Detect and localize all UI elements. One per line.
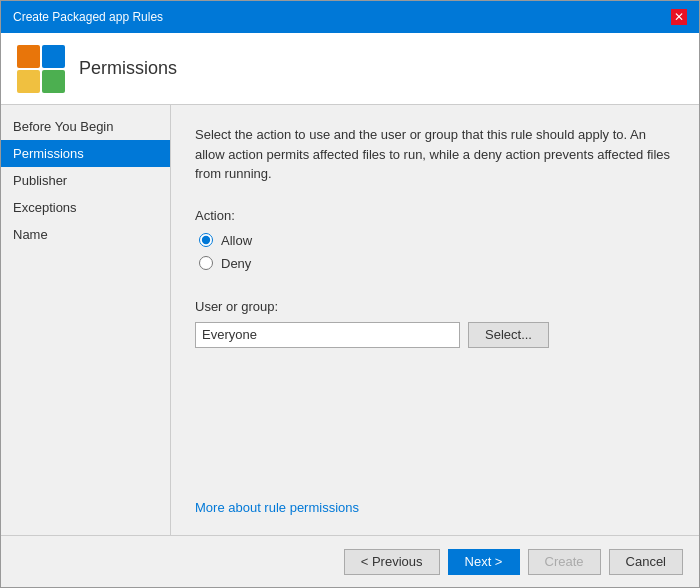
sidebar-item-exceptions[interactable]: Exceptions	[1, 194, 170, 221]
radio-allow[interactable]: Allow	[199, 233, 675, 248]
select-button[interactable]: Select...	[468, 322, 549, 348]
close-button[interactable]: ✕	[671, 9, 687, 25]
app-icon	[17, 45, 65, 93]
main-content: Select the action to use and the user or…	[171, 105, 699, 535]
sidebar: Before You Begin Permissions Publisher E…	[1, 105, 171, 535]
header-area: Permissions	[1, 33, 699, 105]
next-button[interactable]: Next >	[448, 549, 520, 575]
user-group-input[interactable]	[195, 322, 460, 348]
radio-deny-input[interactable]	[199, 256, 213, 270]
content-area: Before You Begin Permissions Publisher E…	[1, 105, 699, 535]
dialog-window: Create Packaged app Rules ✕ Permissions …	[0, 0, 700, 588]
icon-cell-green	[42, 70, 65, 93]
cancel-button[interactable]: Cancel	[609, 549, 683, 575]
icon-cell-orange	[17, 45, 40, 68]
action-radio-group: Allow Deny	[199, 233, 675, 271]
footer: < Previous Next > Create Cancel	[1, 535, 699, 587]
sidebar-item-publisher[interactable]: Publisher	[1, 167, 170, 194]
title-bar: Create Packaged app Rules ✕	[1, 1, 699, 33]
create-button[interactable]: Create	[528, 549, 601, 575]
sidebar-item-name[interactable]: Name	[1, 221, 170, 248]
user-group-section: User or group: Select...	[195, 299, 675, 348]
icon-cell-blue	[42, 45, 65, 68]
sidebar-item-before-you-begin[interactable]: Before You Begin	[1, 113, 170, 140]
radio-deny-label: Deny	[221, 256, 251, 271]
radio-allow-label: Allow	[221, 233, 252, 248]
icon-cell-yellow	[17, 70, 40, 93]
user-group-row: Select...	[195, 322, 675, 348]
previous-button[interactable]: < Previous	[344, 549, 440, 575]
user-group-label: User or group:	[195, 299, 675, 314]
page-title: Permissions	[79, 58, 177, 79]
link-area: More about rule permissions	[195, 480, 675, 515]
radio-allow-input[interactable]	[199, 233, 213, 247]
action-label: Action:	[195, 208, 675, 223]
sidebar-item-permissions[interactable]: Permissions	[1, 140, 170, 167]
radio-deny[interactable]: Deny	[199, 256, 675, 271]
dialog-title: Create Packaged app Rules	[13, 10, 163, 24]
description-text: Select the action to use and the user or…	[195, 125, 675, 184]
help-link[interactable]: More about rule permissions	[195, 500, 359, 515]
